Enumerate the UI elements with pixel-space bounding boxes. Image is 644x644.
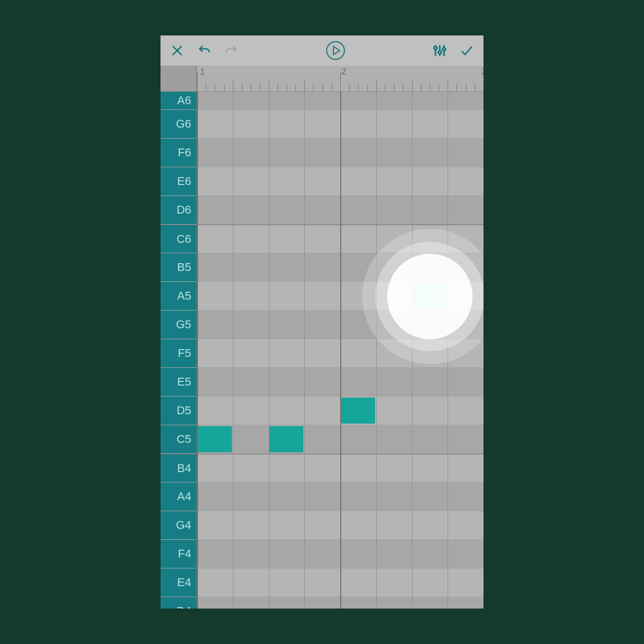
piano-key-label[interactable]: E6 xyxy=(160,167,197,195)
row-cells[interactable] xyxy=(197,311,484,339)
piano-key-label[interactable]: D5 xyxy=(160,397,197,425)
row-cells[interactable] xyxy=(197,511,484,539)
redo-icon xyxy=(224,44,239,57)
piano-key-label[interactable]: E5 xyxy=(160,368,197,396)
undo-icon xyxy=(196,44,212,57)
svg-point-2 xyxy=(438,51,441,54)
timeline-ruler[interactable]: 122 xyxy=(160,66,484,92)
play-button[interactable] xyxy=(321,38,350,63)
row-cells[interactable] xyxy=(197,167,484,195)
svg-point-1 xyxy=(434,46,437,49)
pitch-row[interactable]: E5 xyxy=(160,368,484,397)
pitch-row[interactable]: F5 xyxy=(160,339,484,368)
pitch-row[interactable]: D4 xyxy=(160,597,484,609)
piano-key-label[interactable]: F5 xyxy=(160,339,197,367)
undo-button[interactable] xyxy=(192,38,217,63)
mixer-icon xyxy=(432,43,447,58)
bar-label: 1 xyxy=(200,67,205,77)
pitch-row[interactable]: G5 xyxy=(160,311,484,339)
piano-key-label[interactable]: C5 xyxy=(160,425,197,453)
close-icon xyxy=(170,44,184,57)
piano-key-label[interactable]: G4 xyxy=(160,511,197,539)
piano-key-label[interactable]: B4 xyxy=(160,454,197,482)
pitch-row[interactable]: F6 xyxy=(160,139,484,167)
pitch-row[interactable]: D5 xyxy=(160,397,484,425)
piano-key-label[interactable]: A4 xyxy=(160,482,197,511)
pitch-row[interactable]: B5 xyxy=(160,253,484,282)
check-icon xyxy=(459,44,475,57)
piano-key-label[interactable]: C6 xyxy=(160,225,197,253)
piano-key-label[interactable]: B5 xyxy=(160,253,197,281)
svg-point-3 xyxy=(442,48,445,51)
pitch-row[interactable]: C5 xyxy=(160,425,484,454)
piano-key-label[interactable]: F4 xyxy=(160,540,197,568)
row-cells[interactable] xyxy=(197,540,484,568)
row-cells[interactable] xyxy=(197,368,484,396)
row-cells[interactable] xyxy=(197,597,484,609)
close-button[interactable] xyxy=(165,38,190,63)
piano-key-label[interactable]: A5 xyxy=(160,282,197,310)
row-cells[interactable] xyxy=(197,397,484,425)
note[interactable] xyxy=(412,283,447,309)
bar-label: 2 xyxy=(341,67,346,77)
piano-key-label[interactable]: E4 xyxy=(160,568,197,597)
row-cells[interactable] xyxy=(197,282,484,310)
pitch-row[interactable]: E4 xyxy=(160,568,484,597)
row-cells[interactable] xyxy=(197,454,484,482)
note[interactable] xyxy=(269,426,304,452)
piano-roll-editor: 122 A6G6F6E6D6C6B5A5G5F5E5D5C5B4A4G4F4E4… xyxy=(160,35,484,609)
row-cells[interactable] xyxy=(197,339,484,367)
row-cells[interactable] xyxy=(197,253,484,281)
pitch-row[interactable]: A5 xyxy=(160,282,484,311)
ruler-corner xyxy=(160,66,197,91)
row-cells[interactable] xyxy=(197,139,484,167)
row-cells[interactable] xyxy=(197,92,484,109)
pitch-row[interactable]: A6 xyxy=(160,92,484,110)
mixer-button[interactable] xyxy=(427,38,452,63)
svg-point-0 xyxy=(327,42,344,59)
row-cells[interactable] xyxy=(197,196,484,224)
note[interactable] xyxy=(197,426,232,452)
piano-key-label[interactable]: A6 xyxy=(160,92,197,109)
piano-key-label[interactable]: G6 xyxy=(160,110,197,138)
row-cells[interactable] xyxy=(197,425,484,453)
row-cells[interactable] xyxy=(197,568,484,597)
pitch-row[interactable]: G4 xyxy=(160,511,484,540)
pitch-row[interactable]: G6 xyxy=(160,110,484,139)
confirm-button[interactable] xyxy=(454,38,479,63)
pitch-row[interactable]: F4 xyxy=(160,540,484,568)
play-icon xyxy=(325,40,346,61)
piano-key-label[interactable]: D4 xyxy=(160,597,197,609)
note[interactable] xyxy=(340,398,375,424)
piano-key-label[interactable]: G5 xyxy=(160,311,197,339)
row-cells[interactable] xyxy=(197,110,484,138)
pitch-row[interactable]: C6 xyxy=(160,225,484,253)
pitch-row[interactable]: D6 xyxy=(160,196,484,225)
pitch-row[interactable]: A4 xyxy=(160,482,484,511)
redo-button[interactable] xyxy=(219,38,244,63)
pitch-row[interactable]: B4 xyxy=(160,454,484,482)
toolbar xyxy=(160,35,484,66)
piano-key-label[interactable]: F6 xyxy=(160,139,197,167)
row-cells[interactable] xyxy=(197,482,484,511)
piano-key-label[interactable]: D6 xyxy=(160,196,197,224)
pitch-row[interactable]: E6 xyxy=(160,167,484,196)
note-grid[interactable]: A6G6F6E6D6C6B5A5G5F5E5D5C5B4A4G4F4E4D4 xyxy=(160,92,484,609)
row-cells[interactable] xyxy=(197,225,484,253)
